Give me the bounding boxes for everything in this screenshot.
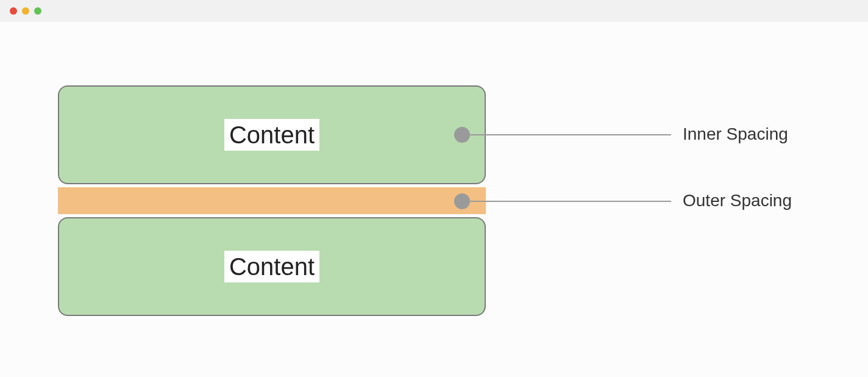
callout-label-outer: Outer Spacing [683, 191, 792, 210]
callout-dot-outer [454, 193, 470, 209]
content-label-top: Content [224, 119, 319, 151]
outer-spacing-bar [58, 187, 486, 214]
content-box-top: Content [58, 85, 486, 184]
callout-dot-inner [454, 127, 470, 143]
callout-label-inner: Inner Spacing [683, 124, 788, 144]
content-box-bottom: Content [58, 217, 486, 316]
window-minimize-icon[interactable] [22, 7, 29, 15]
callout-line-outer [470, 201, 671, 202]
window-titlebar [0, 0, 868, 22]
window-zoom-icon[interactable] [34, 7, 41, 15]
diagram-canvas: Content Content Inner Spacing Outer Spac… [0, 22, 868, 377]
content-label-bottom: Content [224, 251, 319, 282]
window-close-icon[interactable] [10, 7, 17, 15]
callout-line-inner [470, 134, 671, 135]
